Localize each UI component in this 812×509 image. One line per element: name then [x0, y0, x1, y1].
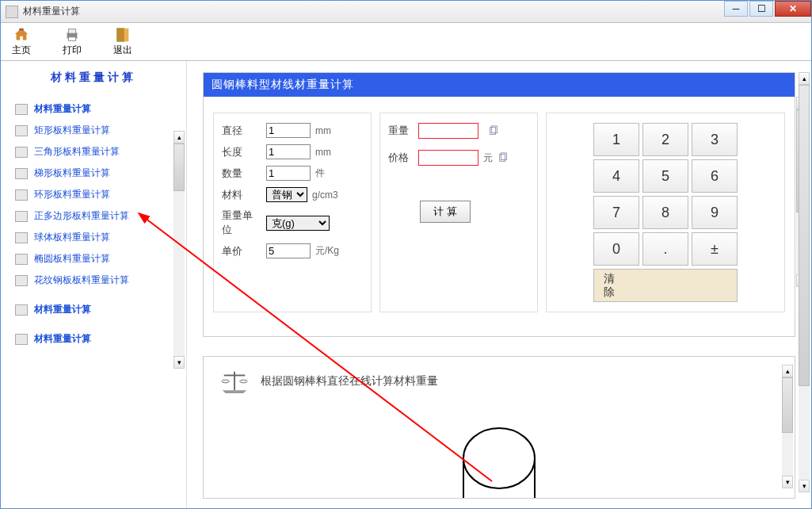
sidebar-item-label: 球体板料重量计算 — [34, 231, 110, 244]
keypad-.[interactable]: . — [642, 232, 688, 266]
main-content: 圆钢棒料型材线材重量计算 直径 mm 长度 mm — [187, 61, 811, 508]
sidebar-item-label: 三角形板料重量计算 — [34, 145, 120, 159]
length-input[interactable] — [266, 144, 311, 159]
desc-scroll-thumb[interactable] — [782, 377, 793, 433]
keypad-clear[interactable]: 清 除 — [593, 269, 738, 302]
price-output — [418, 150, 478, 166]
copy-weight-icon[interactable] — [488, 125, 499, 136]
cylinder-diagram: ød — [448, 427, 551, 499]
length-label: 长度 — [222, 145, 261, 159]
sidebar-item-0[interactable]: 材料重量计算 — [15, 102, 186, 116]
window-title: 材料重量计算 — [23, 5, 80, 18]
exit-icon — [113, 26, 132, 44]
maximize-button[interactable]: ☐ — [749, 1, 773, 17]
sidebar-item-label: 矩形板料重量计算 — [34, 124, 110, 137]
exit-button[interactable]: 退出 — [113, 26, 132, 57]
balance-icon — [219, 368, 250, 395]
copy-price-icon[interactable] — [497, 152, 509, 163]
doc-icon — [15, 254, 28, 265]
price-out-label: 价格 — [388, 151, 414, 165]
material-select[interactable]: 普钢 — [266, 187, 307, 202]
svg-point-13 — [463, 428, 535, 488]
sidebar-item-4[interactable]: 环形板料重量计算 — [15, 188, 186, 201]
print-label: 打印 — [63, 44, 82, 57]
weightunit-label: 重量单位 — [222, 209, 261, 237]
svg-point-11 — [222, 380, 229, 383]
qty-input[interactable] — [266, 166, 311, 181]
sidebar-scroll-thumb[interactable] — [173, 144, 185, 191]
svg-rect-2 — [68, 37, 75, 41]
svg-rect-4 — [124, 29, 129, 42]
keypad-0[interactable]: 0 — [593, 232, 639, 266]
unitprice-label: 单价 — [222, 244, 261, 258]
print-button[interactable]: 打印 — [63, 26, 82, 57]
panel-header: 圆钢棒料型材线材重量计算 — [204, 73, 795, 97]
main-scroll-up[interactable]: ▴ — [799, 72, 810, 85]
keypad-2[interactable]: 2 — [642, 123, 688, 156]
home-label: 主页 — [12, 44, 31, 57]
exit-label: 退出 — [113, 44, 132, 57]
titlebar: 材料重量计算 ─ ☐ ✕ — [1, 1, 811, 23]
desc-scroll-down[interactable]: ▾ — [782, 476, 793, 488]
sidebar-item-label: 材料重量计算 — [34, 303, 91, 316]
keypad-8[interactable]: 8 — [642, 196, 688, 229]
sidebar-title: 材料重量计算 — [15, 71, 172, 85]
doc-icon — [15, 168, 28, 179]
price-out-unit: 元 — [483, 151, 493, 165]
keypad-6[interactable]: 6 — [692, 159, 738, 193]
keypad-3[interactable]: 3 — [692, 123, 738, 156]
sidebar-item-label: 椭圆板料重量计算 — [34, 252, 110, 266]
home-icon — [12, 26, 31, 44]
doc-icon — [15, 189, 28, 201]
weight-out-label: 重量 — [388, 124, 414, 138]
calculate-button[interactable]: 计 算 — [420, 201, 471, 223]
weightunit-select[interactable]: 克(g) — [266, 216, 330, 231]
diameter-unit: mm — [315, 125, 331, 136]
calc-panel: 圆钢棒料型材线材重量计算 直径 mm 长度 mm — [203, 72, 795, 337]
keypad-4[interactable]: 4 — [593, 159, 639, 193]
desc-scroll-up[interactable]: ▴ — [782, 365, 793, 377]
sidebar-item-7[interactable]: 椭圆板料重量计算 — [15, 252, 186, 266]
keypad-5[interactable]: 5 — [642, 159, 688, 193]
sidebar-scroll-down[interactable]: ▾ — [173, 356, 185, 369]
sidebar-scroll-up[interactable]: ▴ — [173, 131, 185, 144]
length-unit: mm — [315, 147, 331, 158]
close-button[interactable]: ✕ — [775, 1, 811, 17]
diameter-input[interactable] — [266, 123, 311, 138]
sidebar-item-2[interactable]: 三角形板料重量计算 — [15, 145, 186, 159]
doc-icon — [15, 232, 28, 243]
description-text: 根据圆钢棒料直径在线计算材料重量 — [261, 374, 438, 388]
toolbar: 主页 打印 退出 — [1, 23, 811, 61]
qty-unit: 件 — [315, 166, 325, 180]
keypad-±[interactable]: ± — [692, 232, 738, 266]
sidebar-item-5[interactable]: 正多边形板料重量计算 — [15, 209, 186, 223]
svg-rect-3 — [117, 29, 124, 42]
qty-label: 数量 — [222, 166, 261, 181]
sidebar-item-label: 梯形板料重量计算 — [34, 166, 110, 180]
sidebar-item-1[interactable]: 矩形板料重量计算 — [15, 124, 186, 137]
input-column: 直径 mm 长度 mm 数量 件 — [213, 113, 372, 312]
weight-output — [418, 123, 478, 139]
keypad-1[interactable]: 1 — [593, 123, 639, 156]
svg-rect-1 — [68, 29, 75, 34]
sidebar: 材料重量计算 材料重量计算矩形板料重量计算三角形板料重量计算梯形板料重量计算环形… — [1, 61, 187, 508]
keypad: 1234567890.±清 除 — [546, 113, 785, 312]
doc-icon — [15, 104, 28, 115]
sidebar-item-10[interactable]: 材料重量计算 — [15, 303, 186, 316]
sidebar-item-8[interactable]: 花纹钢板板料重量计算 — [15, 274, 186, 287]
keypad-9[interactable]: 9 — [692, 196, 738, 229]
main-scroll-thumb[interactable] — [799, 85, 810, 386]
doc-icon — [15, 125, 28, 136]
keypad-7[interactable]: 7 — [593, 196, 639, 229]
material-unit: g/cm3 — [312, 189, 338, 201]
unitprice-input[interactable] — [266, 243, 311, 258]
minimize-button[interactable]: ─ — [724, 1, 748, 17]
main-scroll-down[interactable]: ▾ — [799, 480, 810, 492]
doc-icon — [15, 275, 28, 286]
unitprice-unit: 元/Kg — [315, 244, 339, 258]
sidebar-item-3[interactable]: 梯形板料重量计算 — [15, 166, 186, 180]
home-button[interactable]: 主页 — [12, 26, 31, 57]
sidebar-item-12[interactable]: 材料重量计算 — [15, 332, 186, 346]
sidebar-item-6[interactable]: 球体板料重量计算 — [15, 231, 186, 244]
svg-point-12 — [240, 380, 247, 383]
